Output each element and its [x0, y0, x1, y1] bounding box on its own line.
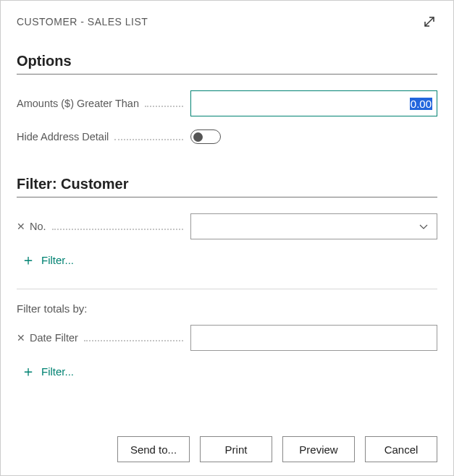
leader-dots: [114, 139, 183, 140]
amounts-input[interactable]: 0.00: [190, 90, 437, 116]
add-filter-label: Filter...: [41, 254, 74, 266]
customer-no-select[interactable]: [190, 213, 437, 239]
print-button[interactable]: Print: [200, 436, 272, 462]
svg-line-0: [425, 17, 434, 26]
leader-dots: [145, 106, 183, 107]
expand-icon[interactable]: [421, 14, 437, 30]
filter-totals-heading: Filter totals by:: [17, 302, 437, 315]
hide-address-label: Hide Address Detail: [17, 131, 109, 143]
leader-dots: [52, 229, 183, 230]
leader-dots: [84, 340, 183, 341]
date-filter-label: Date Filter: [30, 332, 78, 344]
remove-filter-icon[interactable]: ✕: [17, 221, 25, 231]
add-filter-customer[interactable]: ＋ Filter...: [21, 252, 437, 267]
toggle-knob: [193, 132, 203, 142]
report-request-dialog: CUSTOMER - SALES LIST Options Amounts ($…: [0, 0, 454, 476]
chevron-down-icon: [418, 221, 429, 232]
section-rule: [17, 197, 437, 197]
dialog-footer: Send to... Print Preview Cancel: [1, 429, 453, 475]
field-date-filter: ✕ Date Filter: [17, 325, 437, 351]
amounts-value: 0.00: [410, 98, 432, 110]
plus-icon: ＋: [21, 252, 35, 267]
send-to-button[interactable]: Send to...: [117, 436, 190, 462]
divider: [17, 289, 437, 289]
amounts-label: Amounts ($) Greater Than: [17, 98, 139, 109]
preview-button[interactable]: Preview: [282, 436, 355, 462]
field-hide-address: Hide Address Detail: [17, 129, 437, 144]
dialog-body: Options Amounts ($) Greater Than 0.00 Hi…: [1, 35, 453, 429]
section-rule: [17, 74, 437, 75]
field-amounts-greater-than: Amounts ($) Greater Than 0.00: [17, 90, 437, 116]
dialog-title: CUSTOMER - SALES LIST: [17, 16, 148, 27]
customer-no-label: No.: [30, 221, 46, 232]
dialog-header: CUSTOMER - SALES LIST: [1, 1, 453, 35]
field-customer-no: ✕ No.: [17, 213, 437, 239]
plus-icon: ＋: [21, 364, 35, 378]
section-title-filter-customer: Filter: Customer: [17, 176, 437, 192]
remove-filter-icon[interactable]: ✕: [17, 333, 25, 343]
hide-address-toggle[interactable]: [190, 129, 221, 144]
section-title-options: Options: [17, 53, 437, 69]
cancel-button[interactable]: Cancel: [365, 436, 437, 462]
date-filter-input[interactable]: [190, 325, 437, 351]
add-filter-label: Filter...: [41, 365, 74, 378]
add-filter-totals[interactable]: ＋ Filter...: [21, 364, 437, 378]
